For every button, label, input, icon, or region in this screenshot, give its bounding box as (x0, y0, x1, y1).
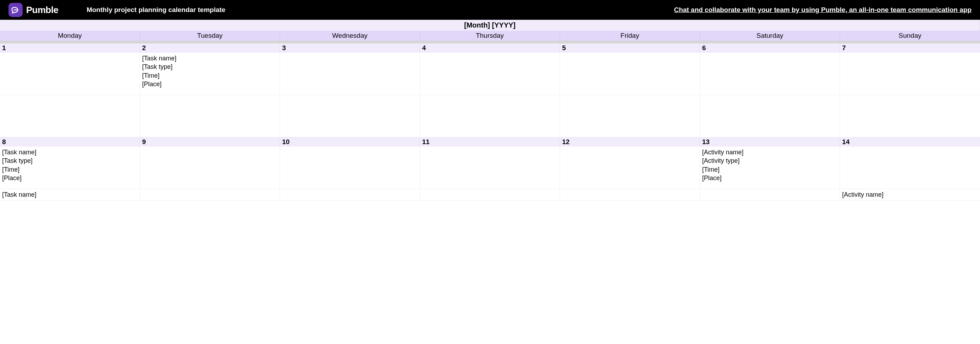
cell-day3[interactable] (280, 52, 420, 95)
page-title: Monthly project planning calendar templa… (87, 6, 226, 14)
task-time: [Time] (2, 165, 137, 174)
weekday-header-row: Monday Tuesday Wednesday Thursday Friday… (0, 31, 980, 41)
task-name: [Task name] (2, 148, 137, 157)
week1-numbers: 1 2 3 4 5 6 7 (0, 43, 980, 52)
cell-day3-b[interactable] (280, 95, 420, 137)
activity-place: [Place] (702, 174, 837, 182)
activity-time: [Time] (702, 165, 837, 174)
cell-day5[interactable] (560, 52, 700, 95)
week2-numbers: 8 9 10 11 12 13 14 (0, 137, 980, 147)
cell-day7-b[interactable] (840, 95, 980, 137)
cell-day10-b[interactable] (280, 189, 420, 201)
month-label: [Month] [YYYY] (0, 20, 980, 31)
activity-name: [Activity name] (842, 190, 978, 199)
cell-day13[interactable]: [Activity name] [Activity type] [Time] [… (700, 147, 840, 189)
activity-name: [Activity name] (702, 148, 837, 157)
tagline-link[interactable]: Chat and collaborate with your team by u… (674, 6, 972, 14)
cell-day2-b[interactable] (140, 95, 280, 137)
day-num-7: 7 (840, 43, 980, 52)
brand-logo: Pumble (8, 3, 58, 17)
pumble-icon (8, 3, 22, 17)
cell-day13-b[interactable] (700, 189, 840, 201)
cell-day12-b[interactable] (560, 189, 700, 201)
cell-day1[interactable] (0, 52, 140, 95)
day-num-10: 10 (280, 137, 420, 147)
cell-day2[interactable]: [Task name] [Task type] [Time] [Place] (140, 52, 280, 95)
cell-day8-b[interactable]: [Task name] (0, 189, 140, 201)
week2-content-b: [Task name] [Activity name] (0, 189, 980, 201)
task-name: [Task name] (2, 190, 137, 199)
cell-day6-b[interactable] (700, 95, 840, 137)
day-num-11: 11 (420, 137, 560, 147)
cell-day9-b[interactable] (140, 189, 280, 201)
cell-day5-b[interactable] (560, 95, 700, 137)
day-num-14: 14 (840, 137, 980, 147)
separator (0, 41, 980, 43)
day-num-8: 8 (0, 137, 140, 147)
task-type: [Task type] (2, 157, 137, 165)
weekday-fri: Friday (560, 31, 700, 41)
cell-day14[interactable] (840, 147, 980, 189)
day-num-12: 12 (560, 137, 700, 147)
cell-day11[interactable] (420, 147, 560, 189)
day-num-3: 3 (280, 43, 420, 52)
day-num-2: 2 (140, 43, 280, 52)
weekday-mon: Monday (0, 31, 140, 41)
weekday-sat: Saturday (700, 31, 840, 41)
day-num-6: 6 (700, 43, 840, 52)
cell-day11-b[interactable] (420, 189, 560, 201)
day-num-1: 1 (0, 43, 140, 52)
week1-content-b (0, 95, 980, 137)
day-num-5: 5 (560, 43, 700, 52)
task-time: [Time] (142, 71, 277, 80)
day-num-4: 4 (420, 43, 560, 52)
brand-name: Pumble (26, 5, 58, 16)
top-bar: Pumble Monthly project planning calendar… (0, 0, 980, 20)
cell-day4[interactable] (420, 52, 560, 95)
week1-content-a: [Task name] [Task type] [Time] [Place] (0, 52, 980, 95)
cell-day9[interactable] (140, 147, 280, 189)
cell-day12[interactable] (560, 147, 700, 189)
weekday-thu: Thursday (420, 31, 560, 41)
task-type: [Task type] (142, 62, 277, 71)
activity-type: [Activity type] (702, 157, 837, 165)
day-num-9: 9 (140, 137, 280, 147)
task-place: [Place] (142, 80, 277, 88)
weekday-wed: Wednesday (280, 31, 420, 41)
cell-day4-b[interactable] (420, 95, 560, 137)
weekday-tue: Tuesday (140, 31, 280, 41)
cell-day8[interactable]: [Task name] [Task type] [Time] [Place] (0, 147, 140, 189)
weekday-sun: Sunday (840, 31, 980, 41)
cell-day1-b[interactable] (0, 95, 140, 137)
cell-day14-b[interactable]: [Activity name] (840, 189, 980, 201)
task-name: [Task name] (142, 54, 277, 62)
cell-day7[interactable] (840, 52, 980, 95)
day-num-13: 13 (700, 137, 840, 147)
cell-day6[interactable] (700, 52, 840, 95)
cell-day10[interactable] (280, 147, 420, 189)
week2-content-a: [Task name] [Task type] [Time] [Place] [… (0, 147, 980, 189)
task-place: [Place] (2, 174, 137, 182)
